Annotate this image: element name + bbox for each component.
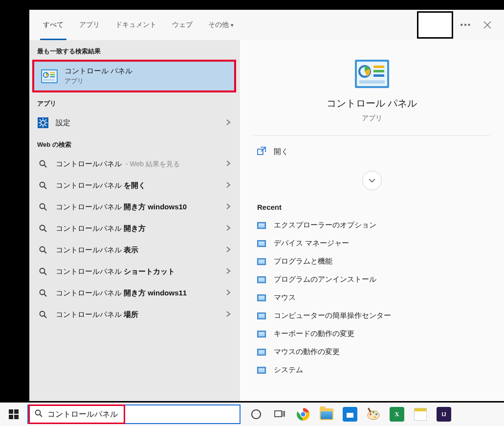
tab-documents[interactable]: ドキュメント xyxy=(108,10,164,40)
apps-section-header: アプリ xyxy=(29,92,239,112)
web-suggestion-2[interactable]: コントロールパネル 開き方 windows10 xyxy=(29,196,239,218)
recent-item-4[interactable]: マウス xyxy=(240,289,504,307)
svg-line-24 xyxy=(44,208,47,211)
task-view-button[interactable] xyxy=(268,403,291,426)
web-suggestion-1[interactable]: コントロールパネルを開く xyxy=(29,175,239,196)
chevron-right-icon xyxy=(225,159,231,168)
svg-line-32 xyxy=(44,294,47,297)
recent-item-7[interactable]: マウスの動作の変更 xyxy=(240,343,504,361)
svg-rect-45 xyxy=(14,409,19,414)
control-panel-item-icon xyxy=(257,349,266,356)
web-suggestion-3-label: コントロールパネル 開き方 xyxy=(56,224,219,233)
web-suggestion-4-label: コントロールパネル 表示 xyxy=(56,246,219,255)
web-suggestion-1-label: コントロールパネルを開く xyxy=(56,181,219,190)
chevron-right-icon xyxy=(225,181,231,190)
intellij-icon xyxy=(437,407,451,422)
tab-all[interactable]: すべて xyxy=(35,10,71,40)
svg-rect-44 xyxy=(9,409,13,414)
chevron-right-icon xyxy=(225,310,231,319)
recent-item-0[interactable]: エクスプローラーのオプション xyxy=(240,216,504,234)
taskbar-app-file-explorer[interactable] xyxy=(315,403,338,426)
search-icon xyxy=(37,309,49,320)
web-suggestion-0[interactable]: コントロールパネル - Web 結果を見る xyxy=(29,153,239,175)
search-icon xyxy=(37,244,49,256)
control-panel-icon xyxy=(41,68,58,85)
result-settings-app[interactable]: 設定 xyxy=(29,112,239,134)
taskbar-app-microsoft-store[interactable] xyxy=(338,403,362,426)
taskbar-search-box[interactable]: コントロールパネル xyxy=(27,404,241,424)
search-icon xyxy=(37,201,49,213)
recent-item-5[interactable]: コンピューターの簡単操作センター xyxy=(240,307,504,325)
cortana-button[interactable] xyxy=(244,403,268,426)
task-view-icon xyxy=(274,409,285,420)
search-icon xyxy=(35,409,43,419)
control-panel-item-icon xyxy=(257,258,266,265)
tab-more[interactable]: その他▾ xyxy=(200,10,241,40)
cortana-icon xyxy=(251,409,261,419)
control-panel-item-icon xyxy=(257,367,266,374)
chevron-right-icon xyxy=(225,202,231,211)
preview-header: コントロール パネル アプリ xyxy=(240,40,504,135)
account-avatar-placeholder[interactable] xyxy=(417,11,453,39)
taskbar-app-paint[interactable] xyxy=(362,403,385,426)
paint-icon xyxy=(367,407,380,421)
chevron-right-icon xyxy=(225,267,231,276)
recent-item-3[interactable]: プログラムのアンインストール xyxy=(240,270,504,289)
control-panel-item-icon xyxy=(257,294,266,301)
chrome-icon xyxy=(296,407,310,421)
web-suggestion-3[interactable]: コントロールパネル 開き方 xyxy=(29,218,239,239)
taskbar-app-sticky-notes[interactable] xyxy=(409,403,432,426)
svg-point-25 xyxy=(40,225,45,230)
svg-rect-46 xyxy=(9,415,13,419)
taskbar: コントロールパネル X xyxy=(0,403,504,426)
recent-item-1[interactable]: デバイス マネージャー xyxy=(240,234,504,252)
taskbar-app-chrome[interactable] xyxy=(291,403,315,426)
open-action[interactable]: 開く xyxy=(240,136,504,168)
web-suggestion-4[interactable]: コントロールパネル 表示 xyxy=(29,239,239,261)
svg-rect-5 xyxy=(50,72,55,73)
preview-title: コントロール パネル xyxy=(327,97,417,110)
recent-item-8-label: システム xyxy=(274,365,303,375)
best-match-subtitle: アプリ xyxy=(65,77,132,86)
recent-item-8[interactable]: システム xyxy=(240,361,504,379)
svg-point-58 xyxy=(373,411,374,413)
svg-point-23 xyxy=(40,204,45,209)
close-button[interactable] xyxy=(477,14,498,36)
taskbar-app-intellij[interactable] xyxy=(432,403,456,426)
recent-item-6[interactable]: キーボードの動作の変更 xyxy=(240,325,504,343)
recent-item-2[interactable]: プログラムと機能 xyxy=(240,252,504,270)
start-button[interactable] xyxy=(0,403,27,426)
svg-rect-8 xyxy=(43,79,55,81)
recent-item-4-label: マウス xyxy=(274,293,296,302)
more-options-button[interactable]: ••• xyxy=(457,16,475,34)
web-suggestion-6-label: コントロールパネル 開き方 windows11 xyxy=(56,289,219,298)
svg-point-33 xyxy=(40,312,45,316)
control-panel-item-icon xyxy=(257,222,266,229)
taskbar-app-excel[interactable]: X xyxy=(385,403,409,426)
best-match-item[interactable]: コントロール パネル アプリ xyxy=(34,62,234,90)
web-suggestion-6[interactable]: コントロールパネル 開き方 windows11 xyxy=(29,282,239,304)
svg-line-26 xyxy=(44,230,47,232)
svg-point-31 xyxy=(40,290,45,295)
result-settings-label: 設定 xyxy=(56,118,219,128)
recent-item-5-label: コンピューターの簡単操作センター xyxy=(274,311,391,320)
taskbar-search-highlight: コントロールパネル xyxy=(28,404,125,424)
control-panel-item-icon xyxy=(257,240,266,247)
tab-web[interactable]: ウェブ xyxy=(164,10,200,40)
expand-button[interactable] xyxy=(362,171,382,190)
web-suggestion-7[interactable]: コントロールパネル 場所 xyxy=(29,304,239,325)
recent-item-0-label: エクスプローラーのオプション xyxy=(274,221,376,230)
preview-subtitle: アプリ xyxy=(362,114,382,123)
tab-apps[interactable]: アプリ xyxy=(71,10,108,40)
svg-rect-39 xyxy=(373,70,384,72)
svg-point-27 xyxy=(40,247,45,252)
svg-line-22 xyxy=(44,187,47,189)
chevron-down-icon: ▾ xyxy=(231,22,234,28)
web-suggestion-7-label: コントロールパネル 場所 xyxy=(56,310,219,319)
web-suggestion-5[interactable]: コントロールパネル ショートカット xyxy=(29,261,239,282)
svg-point-48 xyxy=(36,410,41,415)
svg-line-49 xyxy=(40,415,43,417)
open-action-label: 開く xyxy=(274,147,288,157)
file-explorer-icon xyxy=(320,408,333,420)
svg-rect-41 xyxy=(359,80,385,84)
